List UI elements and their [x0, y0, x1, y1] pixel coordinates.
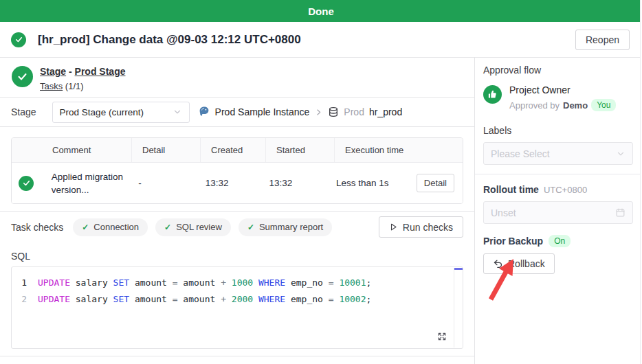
- rollout-timezone: UTC+0800: [544, 185, 587, 195]
- task-execution-time: Less than 1s: [326, 163, 406, 203]
- chevron-down-icon: [616, 149, 626, 159]
- task-detail-button[interactable]: Detail: [417, 174, 454, 192]
- environment-label: Prod: [344, 106, 364, 117]
- run-checks-label: Run checks: [403, 222, 453, 233]
- thumbs-up-icon: [483, 85, 502, 104]
- rollout-time-value: Unset: [491, 207, 516, 218]
- stage-select-value: Prod Stage (current): [60, 107, 144, 117]
- task-started-time: 13:32: [258, 163, 325, 203]
- database-breadcrumb: Prod Sample Instance Prod hr_prod: [198, 106, 403, 118]
- line-number: 2: [12, 294, 38, 304]
- issue-detail-page: Done [hr_prod] Change data @09-03 12:12 …: [0, 0, 642, 364]
- approval-role: Project Owner: [509, 84, 616, 96]
- check-pill-connection[interactable]: ✓ Connection: [73, 218, 148, 236]
- task-checks-section: Task checks ✓ Connection ✓ SQL review ✓ …: [0, 212, 474, 242]
- sql-line: 2UPDATE salary SET amount = amount + 200…: [12, 291, 463, 307]
- editor-scrollbar[interactable]: [454, 268, 463, 348]
- task-comment: Applied migration version...: [52, 170, 129, 196]
- chevron-right-icon: [314, 108, 323, 117]
- you-badge: You: [591, 99, 616, 111]
- rollback-label: Rollback: [508, 258, 545, 269]
- database-link[interactable]: hr_prod: [369, 106, 402, 117]
- instance-link[interactable]: Prod Sample Instance: [215, 106, 310, 117]
- check-pill-summary-report[interactable]: ✓ Summary report: [239, 218, 332, 236]
- col-started: Started: [265, 138, 334, 162]
- sidebar-divider: [475, 174, 642, 174]
- check-pass-icon: ✓: [247, 223, 254, 232]
- stage-name-link[interactable]: Prod Stage: [75, 66, 126, 77]
- tasks-link[interactable]: Tasks: [40, 81, 63, 91]
- col-comment: Comment: [42, 138, 131, 162]
- undo-icon: [493, 259, 503, 269]
- stage-link[interactable]: Stage: [40, 66, 66, 77]
- editor-scroll-marker: [454, 268, 463, 270]
- check-pill-label: Connection: [93, 222, 139, 232]
- task-table: Comment Detail Created Started Execution…: [11, 137, 463, 204]
- tasks-count: (1/1): [65, 81, 84, 91]
- stage-select[interactable]: Prod Stage (current): [52, 102, 190, 123]
- task-detail-value: -: [128, 163, 195, 203]
- prior-backup-title: Prior Backup: [483, 236, 543, 247]
- check-pass-icon: ✓: [164, 223, 171, 232]
- sidebar-panel: Approval flow Project Owner Approved by …: [475, 58, 642, 364]
- task-checks-label: Task checks: [11, 222, 63, 233]
- status-banner-label: Done: [308, 5, 334, 17]
- sql-code-lines: 1UPDATE salary SET amount = amount + 100…: [12, 274, 463, 307]
- stage-selector-bar: Stage Prod Stage (current): [0, 98, 474, 127]
- line-number: 1: [12, 277, 38, 288]
- rollback-button[interactable]: Rollback: [483, 253, 555, 274]
- labels-select-placeholder: Please Select: [491, 148, 550, 159]
- labels-title: Labels: [483, 125, 633, 136]
- rollout-time-title: Rollout time: [483, 184, 539, 195]
- task-table-header: Comment Detail Created Started Execution…: [12, 138, 463, 163]
- run-checks-button[interactable]: Run checks: [379, 216, 463, 238]
- reopen-button[interactable]: Reopen: [575, 30, 630, 50]
- issue-done-check-icon: [11, 32, 26, 47]
- check-pill-label: Summary report: [259, 222, 323, 232]
- labels-select[interactable]: Please Select: [483, 142, 633, 165]
- stage-link-dash: -: [69, 66, 72, 77]
- task-created-time: 13:32: [195, 163, 259, 203]
- sql-line: 1UPDATE salary SET amount = amount + 100…: [12, 274, 463, 291]
- approval-flow-title: Approval flow: [483, 65, 633, 76]
- check-pill-label: SQL review: [176, 222, 222, 232]
- main-panel: Stage - Prod Stage Tasks (1/1) Stage Pro…: [0, 58, 475, 364]
- sql-section-label: SQL: [0, 242, 474, 266]
- status-banner: Done: [0, 0, 642, 22]
- approver-name: Demo: [563, 100, 588, 111]
- check-pill-sql-review[interactable]: ✓ SQL review: [155, 218, 231, 236]
- rollout-time-input[interactable]: Unset: [483, 201, 633, 224]
- approval-step: Project Owner Approved by Demo You: [483, 84, 633, 111]
- expand-editor-icon[interactable]: [436, 331, 447, 342]
- play-icon: [389, 223, 398, 231]
- col-created: Created: [200, 138, 265, 162]
- approved-by-label: Approved by: [509, 100, 560, 111]
- task-row[interactable]: Applied migration version... - 13:32 13:…: [12, 163, 463, 203]
- backup-on-badge: On: [549, 235, 571, 247]
- stage-select-label: Stage: [11, 106, 36, 117]
- chevron-down-icon: [173, 107, 182, 117]
- calendar-icon: [615, 207, 626, 218]
- issue-title: [hr_prod] Change data @09-03 12:12 UTC+0…: [38, 33, 301, 47]
- stage-done-check-icon: [12, 66, 33, 87]
- section-divider: [0, 356, 474, 356]
- sql-editor[interactable]: 1UPDATE salary SET amount = amount + 100…: [11, 266, 463, 349]
- database-icon: [328, 106, 339, 117]
- task-success-check-icon: [19, 176, 34, 191]
- check-pass-icon: ✓: [82, 223, 89, 232]
- col-execution-time: Execution time: [334, 138, 417, 162]
- issue-header: [hr_prod] Change data @09-03 12:12 UTC+0…: [0, 22, 642, 58]
- stage-progress-section: Stage - Prod Stage Tasks (1/1): [0, 58, 474, 98]
- task-table-section: Comment Detail Created Started Execution…: [0, 127, 474, 212]
- col-detail: Detail: [131, 138, 200, 162]
- postgresql-icon: [198, 106, 210, 118]
